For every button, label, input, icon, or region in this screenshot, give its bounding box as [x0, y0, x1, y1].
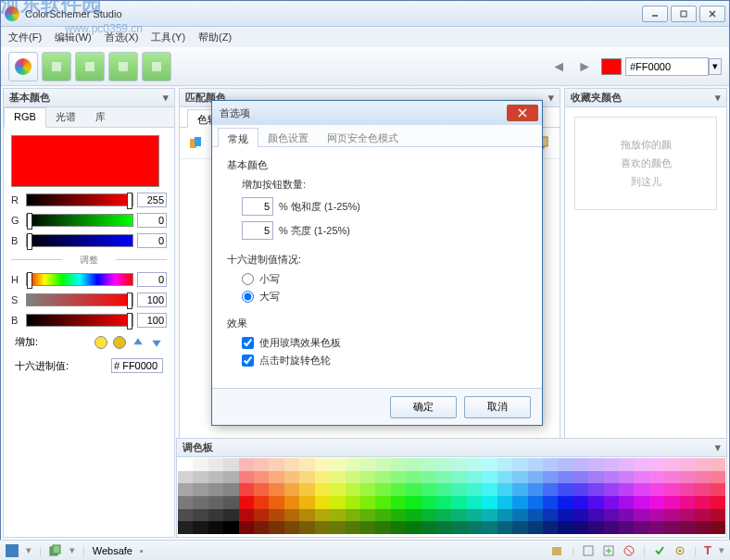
palette-cell[interactable]: [346, 471, 360, 484]
palette-cell[interactable]: [269, 483, 283, 496]
menu-file[interactable]: 文件(F): [8, 31, 42, 44]
palette-cell[interactable]: [543, 483, 558, 496]
h-slider[interactable]: [26, 273, 133, 286]
minimize-button[interactable]: [642, 6, 668, 22]
palette-cell[interactable]: [299, 509, 314, 522]
palette-cell[interactable]: [360, 458, 375, 471]
palette-cell[interactable]: [497, 521, 512, 534]
palette-cell[interactable]: [588, 483, 603, 496]
palette-cell[interactable]: [619, 458, 634, 471]
palette-cell[interactable]: [299, 483, 314, 496]
menu-tools[interactable]: 工具(Y): [151, 31, 185, 44]
add-yellow-icon[interactable]: [94, 336, 107, 349]
palette-cell[interactable]: [193, 483, 208, 496]
palette-cell[interactable]: [482, 483, 497, 496]
palette-cell[interactable]: [315, 471, 330, 484]
saturation-input[interactable]: [242, 197, 273, 216]
palette-cell[interactable]: [543, 521, 558, 534]
palette-cell[interactable]: [375, 521, 390, 534]
palette-cell[interactable]: [375, 509, 390, 522]
palette-cell[interactable]: [467, 521, 482, 534]
menu-pref[interactable]: 首选(X): [105, 31, 139, 44]
menu-edit[interactable]: 编辑(W): [55, 31, 92, 44]
palette-cell[interactable]: [558, 483, 573, 496]
palette-cell[interactable]: [208, 483, 223, 496]
palette-cell[interactable]: [391, 471, 406, 484]
palette-cell[interactable]: [649, 471, 664, 484]
palette-cell[interactable]: [649, 458, 664, 471]
palette-cell[interactable]: [573, 509, 588, 522]
palette-cell[interactable]: [467, 509, 482, 522]
palette-cell[interactable]: [178, 483, 193, 496]
uppercase-radio[interactable]: [242, 291, 254, 303]
current-color-swatch[interactable]: [601, 58, 622, 75]
v-input[interactable]: [137, 313, 167, 328]
palette-cell[interactable]: [422, 471, 436, 484]
palette-cell[interactable]: [391, 509, 406, 522]
palette-cell[interactable]: [451, 496, 466, 509]
palette-cell[interactable]: [573, 471, 588, 484]
palette-cell[interactable]: [299, 521, 314, 534]
palette-cell[interactable]: [208, 471, 223, 484]
palette-cell[interactable]: [664, 483, 679, 496]
palette-cell[interactable]: [680, 521, 695, 534]
palette-cell[interactable]: [573, 521, 588, 534]
palette-cell[interactable]: [208, 521, 223, 534]
palette-cell[interactable]: [422, 483, 436, 496]
forward-arrow-icon[interactable]: ►: [572, 56, 598, 77]
palette-cell[interactable]: [239, 496, 254, 509]
palette-cell[interactable]: [664, 496, 679, 509]
h-input[interactable]: [137, 272, 167, 287]
palette-cell[interactable]: [512, 509, 527, 522]
palette-cell[interactable]: [375, 458, 390, 471]
palette-cell[interactable]: [588, 509, 603, 522]
palette-cell[interactable]: [284, 496, 299, 509]
close-button[interactable]: [699, 6, 725, 22]
palette-cell[interactable]: [346, 458, 360, 471]
palette-cell[interactable]: [330, 496, 345, 509]
palette-cell[interactable]: [299, 471, 314, 484]
palette-cell[interactable]: [208, 496, 223, 509]
palette-cell[interactable]: [422, 509, 436, 522]
palette-cell[interactable]: [315, 509, 330, 522]
palette-cell[interactable]: [512, 458, 527, 471]
palette-cell[interactable]: [497, 483, 512, 496]
palette-cell[interactable]: [512, 471, 527, 484]
r-slider[interactable]: [26, 193, 133, 206]
palette-cell[interactable]: [223, 496, 238, 509]
palette-cell[interactable]: [269, 509, 283, 522]
palette-cell[interactable]: [360, 521, 375, 534]
palette-cell[interactable]: [406, 471, 421, 484]
palette-cell[interactable]: [649, 521, 664, 534]
palette-cell[interactable]: [315, 496, 330, 509]
palette-cell[interactable]: [284, 509, 299, 522]
sb-check-icon[interactable]: [653, 544, 666, 557]
menu-help[interactable]: 帮助(Z): [198, 31, 232, 44]
palette-dropdown-icon[interactable]: ▾: [715, 442, 721, 454]
palette-cell[interactable]: [360, 483, 375, 496]
palette-cell[interactable]: [467, 496, 482, 509]
palette-cell[interactable]: [558, 496, 573, 509]
palette-cell[interactable]: [695, 483, 710, 496]
palette-cell[interactable]: [346, 483, 360, 496]
palette-cell[interactable]: [619, 509, 634, 522]
palette-cell[interactable]: [436, 496, 451, 509]
palette-cell[interactable]: [543, 496, 558, 509]
palette-cell[interactable]: [178, 509, 193, 522]
palette-cell[interactable]: [558, 509, 573, 522]
b-slider[interactable]: [26, 234, 133, 247]
tab-spectrum[interactable]: 光谱: [46, 107, 86, 127]
s-slider[interactable]: [26, 293, 133, 306]
ok-button[interactable]: 确定: [390, 396, 457, 418]
palette-cell[interactable]: [178, 496, 193, 509]
up-arrow-icon[interactable]: [132, 336, 145, 349]
palette-cell[interactable]: [634, 483, 648, 496]
palette-cell[interactable]: [467, 458, 482, 471]
palette-cell[interactable]: [680, 458, 695, 471]
palette-cell[interactable]: [436, 471, 451, 484]
palette-cell[interactable]: [330, 509, 345, 522]
palette-cell[interactable]: [482, 458, 497, 471]
sb-icon-2[interactable]: [582, 544, 595, 557]
palette-cell[interactable]: [497, 458, 512, 471]
palette-cell[interactable]: [346, 509, 360, 522]
